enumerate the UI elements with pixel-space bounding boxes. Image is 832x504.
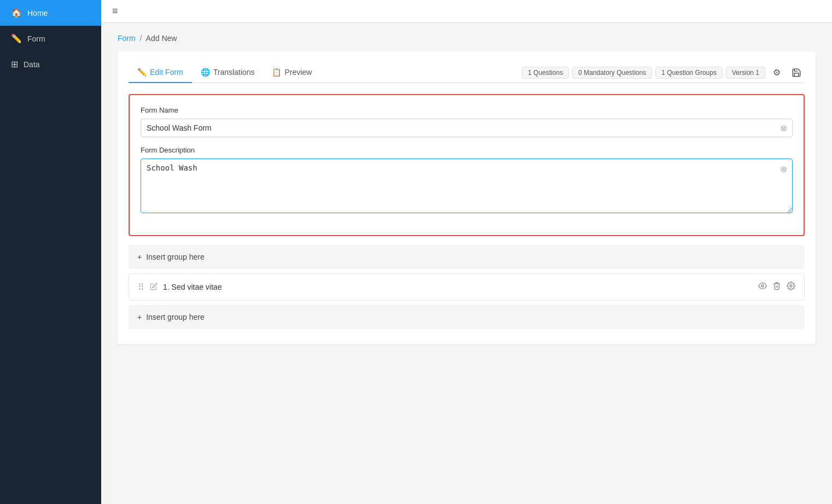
data-icon: ⊞ — [11, 59, 18, 69]
question-actions — [758, 282, 795, 292]
form-description-wrapper: School Wash ⊗ — [141, 159, 793, 215]
translations-tab-label: Translations — [213, 68, 255, 77]
form-description-clear-icon[interactable]: ⊗ — [780, 164, 787, 174]
insert-group-bottom-label: Insert group here — [146, 313, 205, 321]
insert-group-top-label: Insert group here — [146, 253, 205, 261]
form-description-label: Form Description — [141, 146, 793, 154]
question-gear-icon[interactable] — [787, 282, 795, 292]
badge-version: Version 1 — [726, 67, 765, 79]
edit-form-tab-label: Edit Form — [150, 68, 183, 77]
drag-handle-icon[interactable]: ⠿ — [138, 282, 144, 292]
preview-tab-label: Preview — [284, 68, 312, 77]
question-trash-icon[interactable] — [772, 282, 781, 292]
sidebar-item-data[interactable]: ⊞ Data — [0, 51, 101, 77]
svg-point-1 — [790, 285, 792, 287]
save-icon[interactable] — [788, 65, 805, 81]
badge-groups: 1 Question Groups — [655, 67, 723, 79]
question-title: Sed vitae vitae — [172, 283, 222, 291]
form-fields-section: Form Name ⊗ Form Description School Wash… — [129, 94, 805, 236]
question-edit-icon[interactable] — [150, 283, 158, 292]
svg-point-0 — [761, 285, 764, 287]
sidebar: 🏠 Home ✏️ Form ⊞ Data — [0, 0, 101, 504]
breadcrumb-separator: / — [140, 34, 142, 43]
page-content: Form / Add New ✏️ Edit Form 🌐 Translatio… — [101, 23, 832, 504]
sidebar-item-home-label: Home — [27, 9, 48, 17]
main-content: ≡ Form / Add New ✏️ Edit Form 🌐 Translat… — [101, 0, 832, 504]
form-card: ✏️ Edit Form 🌐 Translations 📋 Preview 1 … — [118, 51, 816, 344]
breadcrumb-current: Add New — [146, 34, 177, 43]
sidebar-item-form-label: Form — [27, 34, 45, 43]
tab-edit-form[interactable]: ✏️ Edit Form — [129, 62, 192, 83]
breadcrumb-form-link[interactable]: Form — [118, 34, 136, 43]
preview-tab-icon: 📋 — [272, 68, 281, 77]
edit-form-tab-icon: ✏️ — [137, 68, 147, 77]
insert-group-plus-icon: + — [137, 253, 142, 261]
question-eye-icon[interactable] — [758, 282, 767, 292]
settings-icon[interactable]: ⚙ — [769, 65, 785, 81]
groups-area: + Insert group here ⠿ 1. Sed vitae vita — [129, 245, 805, 329]
insert-group-bottom[interactable]: + Insert group here — [129, 305, 805, 329]
question-number: 1. — [163, 283, 170, 291]
form-name-wrapper: ⊗ — [141, 119, 793, 137]
tab-preview[interactable]: 📋 Preview — [263, 62, 321, 83]
sidebar-item-home[interactable]: 🏠 Home — [0, 0, 101, 26]
form-name-input[interactable] — [141, 119, 793, 137]
topbar: ≡ — [101, 0, 832, 23]
form-name-clear-icon[interactable]: ⊗ — [780, 123, 787, 133]
sidebar-item-data-label: Data — [24, 60, 40, 69]
breadcrumb: Form / Add New — [118, 34, 816, 43]
question-text: 1. Sed vitae vitae — [163, 283, 753, 291]
tabs: ✏️ Edit Form 🌐 Translations 📋 Preview 1 … — [129, 62, 805, 83]
tab-actions: 1 Questions 0 Mandatory Questions 1 Ques… — [522, 65, 805, 81]
home-icon: 🏠 — [11, 8, 22, 18]
form-icon: ✏️ — [11, 33, 22, 44]
tab-translations[interactable]: 🌐 Translations — [192, 62, 264, 83]
insert-group-bottom-plus-icon: + — [137, 313, 142, 321]
question-row: ⠿ 1. Sed vitae vitae — [129, 273, 805, 301]
badge-questions: 1 Questions — [522, 67, 569, 79]
sidebar-item-form[interactable]: ✏️ Form — [0, 26, 101, 51]
hamburger-icon[interactable]: ≡ — [112, 5, 118, 17]
badge-mandatory: 0 Mandatory Questions — [572, 67, 652, 79]
insert-group-top[interactable]: + Insert group here — [129, 245, 805, 269]
form-name-label: Form Name — [141, 106, 793, 114]
translations-tab-icon: 🌐 — [201, 68, 210, 77]
form-description-input[interactable]: School Wash — [141, 159, 793, 213]
